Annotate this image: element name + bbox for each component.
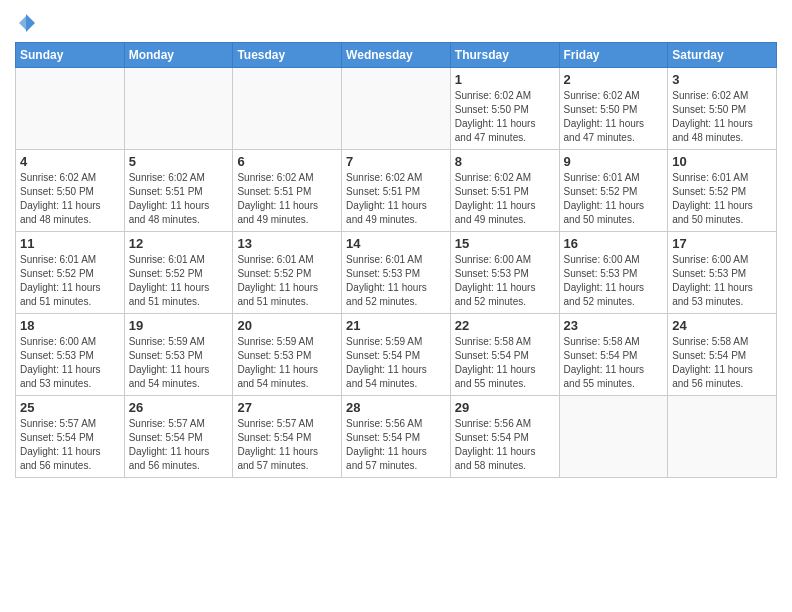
- day-number: 20: [237, 318, 337, 333]
- day-number: 3: [672, 72, 772, 87]
- day-number: 13: [237, 236, 337, 251]
- day-number: 7: [346, 154, 446, 169]
- calendar-cell: 17Sunrise: 6:00 AMSunset: 5:53 PMDayligh…: [668, 232, 777, 314]
- calendar-week-4: 18Sunrise: 6:00 AMSunset: 5:53 PMDayligh…: [16, 314, 777, 396]
- calendar-cell: 10Sunrise: 6:01 AMSunset: 5:52 PMDayligh…: [668, 150, 777, 232]
- day-number: 2: [564, 72, 664, 87]
- calendar-cell: 18Sunrise: 6:00 AMSunset: 5:53 PMDayligh…: [16, 314, 125, 396]
- calendar-cell: 12Sunrise: 6:01 AMSunset: 5:52 PMDayligh…: [124, 232, 233, 314]
- day-number: 24: [672, 318, 772, 333]
- calendar-cell: [559, 396, 668, 478]
- day-header-saturday: Saturday: [668, 43, 777, 68]
- day-number: 29: [455, 400, 555, 415]
- day-info: Sunrise: 5:58 AMSunset: 5:54 PMDaylight:…: [455, 335, 555, 391]
- day-info: Sunrise: 6:00 AMSunset: 5:53 PMDaylight:…: [20, 335, 120, 391]
- day-number: 21: [346, 318, 446, 333]
- day-info: Sunrise: 6:02 AMSunset: 5:50 PMDaylight:…: [564, 89, 664, 145]
- day-header-monday: Monday: [124, 43, 233, 68]
- day-info: Sunrise: 6:02 AMSunset: 5:50 PMDaylight:…: [672, 89, 772, 145]
- calendar-cell: 3Sunrise: 6:02 AMSunset: 5:50 PMDaylight…: [668, 68, 777, 150]
- calendar-cell: [668, 396, 777, 478]
- calendar-cell: 15Sunrise: 6:00 AMSunset: 5:53 PMDayligh…: [450, 232, 559, 314]
- day-info: Sunrise: 6:00 AMSunset: 5:53 PMDaylight:…: [455, 253, 555, 309]
- day-number: 16: [564, 236, 664, 251]
- calendar-cell: 7Sunrise: 6:02 AMSunset: 5:51 PMDaylight…: [342, 150, 451, 232]
- calendar-cell: [16, 68, 125, 150]
- calendar-cell: 4Sunrise: 6:02 AMSunset: 5:50 PMDaylight…: [16, 150, 125, 232]
- calendar-table: SundayMondayTuesdayWednesdayThursdayFrid…: [15, 42, 777, 478]
- logo-icon: [17, 18, 35, 35]
- logo: [15, 14, 35, 36]
- day-number: 18: [20, 318, 120, 333]
- day-number: 15: [455, 236, 555, 251]
- calendar-header-row: SundayMondayTuesdayWednesdayThursdayFrid…: [16, 43, 777, 68]
- day-info: Sunrise: 5:58 AMSunset: 5:54 PMDaylight:…: [564, 335, 664, 391]
- day-number: 14: [346, 236, 446, 251]
- day-number: 11: [20, 236, 120, 251]
- day-number: 5: [129, 154, 229, 169]
- day-number: 6: [237, 154, 337, 169]
- day-number: 19: [129, 318, 229, 333]
- calendar-cell: 23Sunrise: 5:58 AMSunset: 5:54 PMDayligh…: [559, 314, 668, 396]
- day-info: Sunrise: 6:02 AMSunset: 5:50 PMDaylight:…: [455, 89, 555, 145]
- day-number: 26: [129, 400, 229, 415]
- calendar-week-2: 4Sunrise: 6:02 AMSunset: 5:50 PMDaylight…: [16, 150, 777, 232]
- day-number: 12: [129, 236, 229, 251]
- day-info: Sunrise: 5:58 AMSunset: 5:54 PMDaylight:…: [672, 335, 772, 391]
- day-info: Sunrise: 6:01 AMSunset: 5:52 PMDaylight:…: [20, 253, 120, 309]
- calendar-cell: 28Sunrise: 5:56 AMSunset: 5:54 PMDayligh…: [342, 396, 451, 478]
- calendar-cell: 27Sunrise: 5:57 AMSunset: 5:54 PMDayligh…: [233, 396, 342, 478]
- day-info: Sunrise: 5:56 AMSunset: 5:54 PMDaylight:…: [455, 417, 555, 473]
- day-number: 28: [346, 400, 446, 415]
- day-number: 1: [455, 72, 555, 87]
- day-info: Sunrise: 5:57 AMSunset: 5:54 PMDaylight:…: [237, 417, 337, 473]
- calendar-cell: 16Sunrise: 6:00 AMSunset: 5:53 PMDayligh…: [559, 232, 668, 314]
- day-number: 27: [237, 400, 337, 415]
- day-info: Sunrise: 5:59 AMSunset: 5:54 PMDaylight:…: [346, 335, 446, 391]
- calendar-cell: 14Sunrise: 6:01 AMSunset: 5:53 PMDayligh…: [342, 232, 451, 314]
- day-info: Sunrise: 6:02 AMSunset: 5:51 PMDaylight:…: [129, 171, 229, 227]
- day-number: 23: [564, 318, 664, 333]
- calendar-cell: 9Sunrise: 6:01 AMSunset: 5:52 PMDaylight…: [559, 150, 668, 232]
- day-number: 4: [20, 154, 120, 169]
- calendar-cell: [124, 68, 233, 150]
- calendar-cell: [342, 68, 451, 150]
- day-header-friday: Friday: [559, 43, 668, 68]
- calendar-week-1: 1Sunrise: 6:02 AMSunset: 5:50 PMDaylight…: [16, 68, 777, 150]
- day-number: 25: [20, 400, 120, 415]
- day-info: Sunrise: 5:56 AMSunset: 5:54 PMDaylight:…: [346, 417, 446, 473]
- day-info: Sunrise: 6:02 AMSunset: 5:50 PMDaylight:…: [20, 171, 120, 227]
- day-info: Sunrise: 6:01 AMSunset: 5:53 PMDaylight:…: [346, 253, 446, 309]
- day-info: Sunrise: 6:01 AMSunset: 5:52 PMDaylight:…: [672, 171, 772, 227]
- calendar-cell: 21Sunrise: 5:59 AMSunset: 5:54 PMDayligh…: [342, 314, 451, 396]
- calendar-week-5: 25Sunrise: 5:57 AMSunset: 5:54 PMDayligh…: [16, 396, 777, 478]
- calendar-cell: 26Sunrise: 5:57 AMSunset: 5:54 PMDayligh…: [124, 396, 233, 478]
- calendar-cell: 11Sunrise: 6:01 AMSunset: 5:52 PMDayligh…: [16, 232, 125, 314]
- day-number: 9: [564, 154, 664, 169]
- calendar-cell: 6Sunrise: 6:02 AMSunset: 5:51 PMDaylight…: [233, 150, 342, 232]
- day-header-tuesday: Tuesday: [233, 43, 342, 68]
- calendar-cell: 25Sunrise: 5:57 AMSunset: 5:54 PMDayligh…: [16, 396, 125, 478]
- day-info: Sunrise: 5:57 AMSunset: 5:54 PMDaylight:…: [20, 417, 120, 473]
- day-header-sunday: Sunday: [16, 43, 125, 68]
- calendar-cell: 2Sunrise: 6:02 AMSunset: 5:50 PMDaylight…: [559, 68, 668, 150]
- day-number: 22: [455, 318, 555, 333]
- calendar-week-3: 11Sunrise: 6:01 AMSunset: 5:52 PMDayligh…: [16, 232, 777, 314]
- calendar-cell: [233, 68, 342, 150]
- day-info: Sunrise: 6:01 AMSunset: 5:52 PMDaylight:…: [564, 171, 664, 227]
- day-info: Sunrise: 5:59 AMSunset: 5:53 PMDaylight:…: [129, 335, 229, 391]
- day-info: Sunrise: 6:02 AMSunset: 5:51 PMDaylight:…: [455, 171, 555, 227]
- day-header-thursday: Thursday: [450, 43, 559, 68]
- day-info: Sunrise: 6:01 AMSunset: 5:52 PMDaylight:…: [129, 253, 229, 309]
- day-number: 17: [672, 236, 772, 251]
- day-info: Sunrise: 6:02 AMSunset: 5:51 PMDaylight:…: [346, 171, 446, 227]
- day-info: Sunrise: 6:01 AMSunset: 5:52 PMDaylight:…: [237, 253, 337, 309]
- day-info: Sunrise: 5:59 AMSunset: 5:53 PMDaylight:…: [237, 335, 337, 391]
- page-header: [15, 10, 777, 36]
- day-number: 8: [455, 154, 555, 169]
- day-info: Sunrise: 6:00 AMSunset: 5:53 PMDaylight:…: [564, 253, 664, 309]
- calendar-cell: 5Sunrise: 6:02 AMSunset: 5:51 PMDaylight…: [124, 150, 233, 232]
- calendar-cell: 29Sunrise: 5:56 AMSunset: 5:54 PMDayligh…: [450, 396, 559, 478]
- day-info: Sunrise: 5:57 AMSunset: 5:54 PMDaylight:…: [129, 417, 229, 473]
- calendar-cell: 13Sunrise: 6:01 AMSunset: 5:52 PMDayligh…: [233, 232, 342, 314]
